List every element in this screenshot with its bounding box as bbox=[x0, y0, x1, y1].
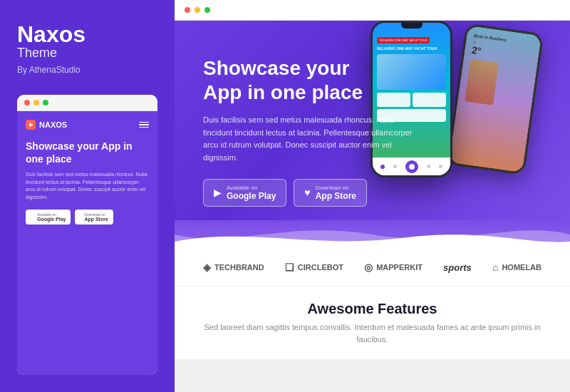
mapperkit-icon: ◎ bbox=[364, 262, 373, 273]
hero-title-line2: App in one place bbox=[203, 81, 363, 103]
logo-sports: sports bbox=[443, 262, 472, 273]
hero-apple-download: Download on bbox=[316, 185, 356, 191]
mini-play-icon: ▶ bbox=[31, 214, 35, 220]
hero-text: Showcase your App in one place Duis faci… bbox=[203, 49, 542, 207]
mini-hero-title: Showcase your App in one place bbox=[26, 140, 149, 165]
sidebar-by: By AthenaStudio bbox=[17, 65, 157, 75]
hero-section: Showcase your App in one place Duis faci… bbox=[175, 21, 570, 220]
hero-apple-icon: ♥ bbox=[304, 187, 310, 198]
mini-google-play-button[interactable]: ▶ Available on Google Play bbox=[26, 210, 71, 225]
mini-browser-bar bbox=[17, 95, 157, 111]
wave-divider bbox=[175, 220, 570, 249]
browser-dot-yellow bbox=[195, 7, 200, 13]
mini-apple-icon:  bbox=[80, 214, 82, 220]
sports-label: sports bbox=[443, 262, 472, 273]
mini-cta-buttons: ▶ Available on Google Play  Download on… bbox=[26, 210, 149, 225]
sidebar-subtitle: Theme bbox=[17, 46, 157, 61]
mini-google-label: Google Play bbox=[37, 217, 66, 222]
mini-app-store-button[interactable]:  Download on App Store bbox=[75, 210, 113, 225]
hero-google-available: Available on bbox=[227, 185, 276, 191]
homelab-icon: ⌂ bbox=[492, 262, 498, 273]
techbrand-icon: ◈ bbox=[203, 262, 211, 273]
homelab-label: HOMELAB bbox=[502, 263, 542, 272]
logo-mapperkit: ◎ MAPPERKIT bbox=[364, 262, 423, 273]
mini-nav: ▶ NAXOS bbox=[26, 120, 149, 130]
logo-circlebot: ❑ CIRCLEBOT bbox=[285, 262, 343, 273]
hero-apple-label: App Store bbox=[316, 191, 356, 201]
main-content: Showcase your App in one place Duis faci… bbox=[175, 0, 570, 392]
mini-logo-text: NAXOS bbox=[39, 120, 67, 129]
sidebar-title: Naxos bbox=[17, 23, 157, 46]
mini-logo-icon: ▶ bbox=[26, 120, 36, 130]
phone-notch bbox=[401, 23, 423, 29]
hero-google-label: Google Play bbox=[227, 191, 276, 201]
hero-play-icon: ▶ bbox=[214, 187, 222, 198]
hero-cta-buttons: ▶ Available on Google Play ♥ Download on… bbox=[203, 179, 542, 207]
browser-dot-green bbox=[204, 7, 210, 13]
mini-hero-text: Duis facilisis sem sed metus malesuada r… bbox=[26, 171, 149, 201]
mini-dot-yellow bbox=[33, 100, 39, 105]
mapperkit-label: MAPPERKIT bbox=[376, 263, 423, 272]
mini-dot-green bbox=[43, 100, 48, 105]
logos-bar: ◈ TECHBRAND ❑ CIRCLEBOT ◎ MAPPERKIT spor… bbox=[175, 249, 570, 287]
logo-techbrand: ◈ TECHBRAND bbox=[203, 262, 264, 273]
circlebot-icon: ❑ bbox=[285, 262, 294, 273]
hero-description: Duis facilisis sem sed metus malesuada r… bbox=[203, 114, 417, 164]
sidebar-logo: Naxos Theme By AthenaStudio bbox=[17, 23, 157, 75]
phone-status-bar: RELAXING ONE-WAY YACHT TOUR bbox=[377, 37, 430, 43]
circlebot-label: CIRCLEBOT bbox=[298, 263, 343, 272]
hero-app-store-button[interactable]: ♥ Download on App Store bbox=[294, 179, 367, 207]
sidebar: Naxos Theme By AthenaStudio ▶ NAXOS Show… bbox=[0, 0, 175, 392]
mini-apple-label: App Store bbox=[84, 217, 108, 222]
logo-homelab: ⌂ HOMELAB bbox=[492, 262, 542, 273]
browser-dot-red bbox=[185, 7, 190, 13]
features-section: Awesome Features Sed laoreet diam sagitt… bbox=[175, 287, 570, 359]
hero-title: Showcase your App in one place bbox=[203, 56, 542, 104]
hero-google-play-button[interactable]: ▶ Available on Google Play bbox=[203, 179, 286, 207]
mini-hero-content: ▶ NAXOS Showcase your App in one place D… bbox=[17, 111, 157, 375]
browser-content: Showcase your App in one place Duis faci… bbox=[175, 21, 570, 392]
techbrand-label: TECHBRAND bbox=[214, 263, 264, 272]
hero-title-line1: Showcase your bbox=[203, 57, 349, 79]
mini-hamburger-icon bbox=[139, 122, 149, 128]
mini-browser-preview: ▶ NAXOS Showcase your App in one place D… bbox=[17, 95, 157, 375]
mini-dot-red bbox=[24, 100, 30, 105]
features-title: Awesome Features bbox=[203, 301, 542, 317]
browser-chrome bbox=[175, 0, 570, 21]
mini-nav-logo: ▶ NAXOS bbox=[26, 120, 67, 130]
features-subtitle: Sed laoreet diam sagittis tempus convall… bbox=[203, 321, 542, 345]
